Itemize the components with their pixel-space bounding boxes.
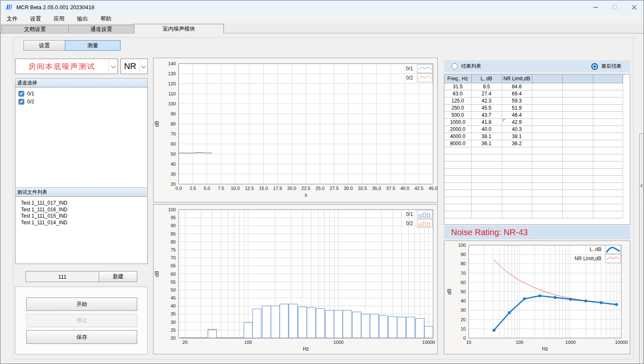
- table-cell: [532, 90, 562, 97]
- table-cell: 42.9: [502, 118, 532, 126]
- svg-text:90: 90: [461, 252, 466, 257]
- start-button[interactable]: 开始: [26, 297, 137, 311]
- close-button[interactable]: [624, 0, 644, 14]
- svg-text:50: 50: [171, 287, 176, 292]
- table-cell: [593, 190, 623, 197]
- minimize-button[interactable]: [586, 0, 605, 14]
- svg-text:25.0: 25.0: [316, 186, 324, 191]
- svg-text:75: 75: [171, 247, 176, 252]
- table-cell: 36.1: [471, 140, 502, 147]
- menu-item[interactable]: 设置: [24, 14, 47, 24]
- svg-text:12.5: 12.5: [245, 186, 254, 191]
- table-row: 500.043.746.4: [444, 111, 623, 118]
- app-icon: [5, 3, 13, 11]
- table-cell: 42.3: [471, 97, 502, 104]
- table-cell: 36.2: [502, 140, 532, 147]
- tab-item[interactable]: 室内噪声模块: [134, 24, 224, 33]
- chevron-down-icon[interactable]: [108, 59, 118, 74]
- test-name-select[interactable]: 房间本底噪声测试: [15, 59, 118, 74]
- checkbox-checked-icon[interactable]: [18, 91, 24, 97]
- legend-label: L, dB: [590, 246, 601, 252]
- file-list-item[interactable]: Test 1_111_014_IND: [15, 220, 147, 226]
- result-list-radio[interactable]: 结果列表: [452, 63, 481, 70]
- table-cell: 38.1: [502, 133, 532, 140]
- table-cell: 27.4: [471, 90, 502, 97]
- svg-text:32.5: 32.5: [358, 186, 367, 191]
- svg-text:Hz: Hz: [303, 346, 309, 352]
- spectrum-chart-panel: 2025303540455055606570758085909510020100…: [153, 204, 438, 354]
- radio-icon[interactable]: [452, 63, 458, 69]
- table-row-empty: [444, 211, 623, 218]
- table-cell: [532, 175, 562, 182]
- svg-text:90: 90: [171, 223, 176, 228]
- file-list-item[interactable]: Test 1_111_016_IND: [15, 207, 147, 213]
- file-list-item[interactable]: Test 1_111_015_IND: [15, 213, 147, 220]
- svg-text:100: 100: [516, 340, 523, 345]
- table-cell: [562, 133, 593, 140]
- table-cell: [471, 211, 502, 218]
- time-history-chart-panel: 20304050607080901001101201301400.02.55.0…: [153, 58, 438, 203]
- table-cell: [593, 111, 623, 118]
- svg-text:45: 45: [171, 295, 176, 300]
- svg-text:140: 140: [168, 61, 176, 66]
- channel-list[interactable]: 0/10/2: [15, 87, 148, 189]
- table-cell: [562, 111, 593, 118]
- table-header-cell: [562, 74, 593, 83]
- table-cell: 69.4: [502, 90, 532, 97]
- table-cell: [593, 97, 623, 104]
- svg-text:dB: dB: [446, 289, 452, 295]
- tab-item[interactable]: 通道设置: [68, 25, 134, 33]
- channel-item[interactable]: 0/2: [15, 97, 147, 105]
- table-row: 125.042.359.3: [444, 97, 623, 104]
- svg-text:25: 25: [171, 328, 176, 333]
- last-result-radio[interactable]: 最后结果: [591, 63, 621, 70]
- svg-text:65: 65: [171, 263, 176, 268]
- svg-text:60: 60: [171, 272, 176, 277]
- new-button[interactable]: 新建: [99, 271, 137, 282]
- svg-text:30.0: 30.0: [344, 186, 353, 191]
- results-table-box: Freq., HzL, dBNR Limit,dB31.58.584.663.0…: [444, 74, 630, 225]
- maximize-button[interactable]: [605, 0, 624, 14]
- menu-item[interactable]: 帮助: [94, 14, 118, 24]
- menu-item[interactable]: 应用: [47, 14, 71, 24]
- table-cell: [444, 182, 471, 190]
- table-cell: [562, 204, 593, 211]
- table-cell: [502, 161, 532, 168]
- svg-text:40: 40: [171, 161, 176, 167]
- rating-select[interactable]: NR: [121, 59, 148, 74]
- svg-text:90: 90: [171, 111, 176, 116]
- test-file-list[interactable]: Test 1_111_017_INDTest 1_111_016_INDTest…: [15, 196, 148, 264]
- minimize-icon: [593, 7, 598, 8]
- table-cell: [562, 140, 593, 147]
- result-list-label: 结果列表: [461, 63, 481, 70]
- subtab-item[interactable]: 测量: [65, 40, 121, 51]
- checkbox-checked-icon[interactable]: [18, 99, 24, 105]
- table-header-cell: Freq., Hz: [444, 74, 471, 83]
- subtab-item[interactable]: 设置: [23, 40, 65, 51]
- legend-label: 0/2: [406, 220, 413, 226]
- table-cell: [532, 126, 562, 133]
- spectrum-chart: 2025303540455055606570758085909510020100…: [154, 205, 437, 354]
- channel-item[interactable]: 0/1: [15, 90, 147, 97]
- tab-item[interactable]: 文档设置: [1, 25, 69, 33]
- table-cell: 2000.0: [444, 126, 471, 133]
- table-cell: [562, 182, 593, 190]
- collapse-panel-handle[interactable]: [639, 133, 644, 364]
- table-cell: [444, 168, 471, 175]
- menu-item[interactable]: 输出: [71, 14, 94, 24]
- svg-text:80: 80: [171, 239, 176, 244]
- table-cell: 40.0: [471, 126, 502, 133]
- table-cell: [532, 182, 562, 190]
- file-name-input[interactable]: 111: [26, 271, 99, 282]
- table-header-cell: NR Limit,dB: [502, 74, 532, 83]
- svg-text:80: 80: [461, 261, 466, 266]
- table-cell: 125.0: [444, 97, 471, 104]
- table-cell: [532, 104, 562, 111]
- table-cell: [593, 126, 623, 133]
- save-button[interactable]: 保存: [26, 330, 137, 344]
- chevron-down-icon[interactable]: [139, 59, 147, 74]
- table-cell: 500.0: [444, 111, 471, 118]
- file-list-item[interactable]: Test 1_111_017_IND: [15, 197, 147, 207]
- menu-item[interactable]: 文件: [0, 14, 24, 24]
- radio-icon[interactable]: [591, 63, 598, 70]
